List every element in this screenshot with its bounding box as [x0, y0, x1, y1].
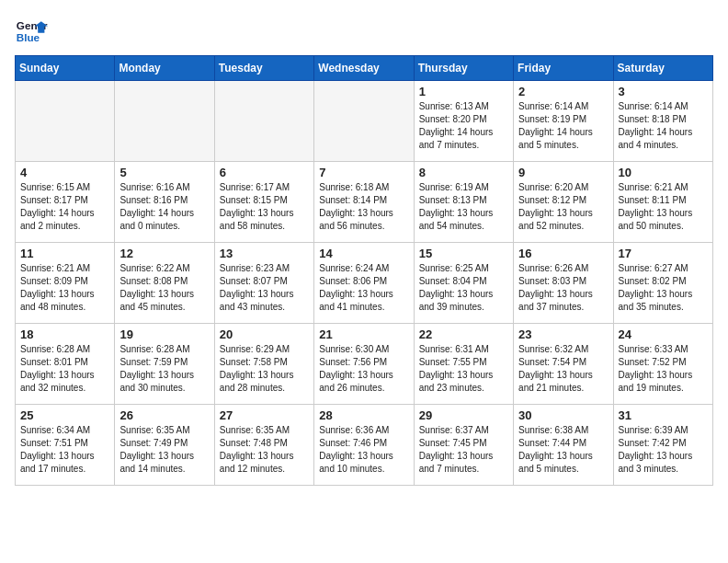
cell-info: Sunrise: 6:38 AM: [518, 424, 608, 437]
calendar-cell: 23Sunrise: 6:32 AMSunset: 7:54 PMDayligh…: [514, 324, 613, 405]
day-header-tuesday: Tuesday: [214, 56, 313, 81]
cell-info: and 37 minutes.: [518, 301, 608, 314]
cell-info: Sunrise: 6:23 AM: [220, 262, 309, 275]
calendar-cell: 9Sunrise: 6:20 AMSunset: 8:12 PMDaylight…: [514, 162, 613, 243]
calendar-week-row: 11Sunrise: 6:21 AMSunset: 8:09 PMDayligh…: [16, 243, 713, 324]
cell-info: Sunset: 8:20 PM: [419, 113, 508, 126]
cell-info: and 58 minutes.: [220, 220, 309, 233]
cell-info: Sunset: 7:58 PM: [220, 356, 309, 369]
cell-info: Sunset: 7:48 PM: [220, 437, 309, 450]
cell-info: Daylight: 13 hours: [220, 207, 309, 220]
cell-info: Daylight: 13 hours: [619, 288, 708, 301]
day-number: 16: [518, 247, 608, 260]
calendar-cell: 24Sunrise: 6:33 AMSunset: 7:52 PMDayligh…: [613, 324, 712, 405]
day-number: 30: [518, 408, 608, 422]
cell-info: and 28 minutes.: [220, 382, 309, 395]
cell-info: and 50 minutes.: [619, 220, 708, 233]
cell-info: Sunset: 7:42 PM: [619, 437, 708, 450]
cell-info: and 5 minutes.: [518, 139, 608, 152]
calendar-cell: 19Sunrise: 6:28 AMSunset: 7:59 PMDayligh…: [115, 324, 214, 405]
cell-info: and 35 minutes.: [619, 301, 708, 314]
calendar-cell: 12Sunrise: 6:22 AMSunset: 8:08 PMDayligh…: [115, 243, 214, 324]
cell-info: Sunrise: 6:20 AM: [518, 181, 608, 194]
cell-info: and 23 minutes.: [419, 382, 508, 395]
calendar-cell: 1Sunrise: 6:13 AMSunset: 8:20 PMDaylight…: [414, 81, 513, 162]
cell-info: Sunset: 8:11 PM: [619, 194, 708, 207]
cell-info: Sunrise: 6:17 AM: [220, 181, 309, 194]
cell-info: Daylight: 13 hours: [518, 207, 608, 220]
cell-info: Daylight: 14 hours: [419, 126, 508, 139]
cell-info: Sunrise: 6:15 AM: [20, 181, 109, 194]
logo: General Blue: [15, 15, 48, 48]
cell-info: Sunset: 7:49 PM: [119, 437, 209, 450]
day-header-sunday: Sunday: [16, 56, 115, 81]
calendar-cell: 26Sunrise: 6:35 AMSunset: 7:49 PMDayligh…: [115, 405, 214, 486]
cell-info: Sunset: 8:14 PM: [319, 194, 408, 207]
cell-info: Sunrise: 6:30 AM: [319, 343, 408, 356]
day-number: 10: [619, 166, 708, 179]
cell-info: Daylight: 13 hours: [619, 207, 708, 220]
day-number: 8: [419, 166, 508, 179]
cell-info: Daylight: 13 hours: [419, 288, 508, 301]
cell-info: Sunrise: 6:14 AM: [619, 100, 708, 113]
cell-info: Sunset: 8:07 PM: [220, 275, 309, 288]
calendar-cell: 5Sunrise: 6:16 AMSunset: 8:16 PMDaylight…: [115, 162, 214, 243]
cell-info: Daylight: 13 hours: [319, 207, 408, 220]
cell-info: and 17 minutes.: [20, 463, 109, 476]
cell-info: Sunset: 8:03 PM: [518, 275, 608, 288]
calendar-week-row: 1Sunrise: 6:13 AMSunset: 8:20 PMDaylight…: [16, 81, 713, 162]
day-number: 1: [419, 85, 508, 98]
calendar-cell: 2Sunrise: 6:14 AMSunset: 8:19 PMDaylight…: [514, 81, 613, 162]
cell-info: Daylight: 13 hours: [619, 450, 708, 463]
cell-info: and 19 minutes.: [619, 382, 708, 395]
cell-info: Sunset: 8:16 PM: [119, 194, 209, 207]
cell-info: and 45 minutes.: [119, 301, 209, 314]
cell-info: Sunset: 8:09 PM: [20, 275, 109, 288]
cell-info: and 30 minutes.: [119, 382, 209, 395]
day-number: 18: [20, 327, 109, 341]
cell-info: and 4 minutes.: [619, 139, 708, 152]
cell-info: and 12 minutes.: [220, 463, 309, 476]
cell-info: Sunset: 7:59 PM: [119, 356, 209, 369]
cell-info: and 26 minutes.: [319, 382, 408, 395]
calendar-cell: 17Sunrise: 6:27 AMSunset: 8:02 PMDayligh…: [613, 243, 712, 324]
cell-info: Sunset: 8:15 PM: [220, 194, 309, 207]
header: General Blue: [15, 15, 713, 48]
cell-info: Sunrise: 6:39 AM: [619, 424, 708, 437]
cell-info: Daylight: 13 hours: [619, 369, 708, 382]
cell-info: Daylight: 14 hours: [119, 207, 209, 220]
day-number: 13: [220, 247, 309, 260]
svg-text:Blue: Blue: [17, 31, 40, 43]
calendar-cell: 16Sunrise: 6:26 AMSunset: 8:03 PMDayligh…: [514, 243, 613, 324]
calendar-cell: 7Sunrise: 6:18 AMSunset: 8:14 PMDaylight…: [314, 162, 414, 243]
calendar-header-row: SundayMondayTuesdayWednesdayThursdayFrid…: [16, 56, 713, 81]
cell-info: and 7 minutes.: [419, 463, 508, 476]
day-number: 12: [119, 247, 209, 260]
day-number: 24: [619, 327, 708, 341]
calendar-cell: 22Sunrise: 6:31 AMSunset: 7:55 PMDayligh…: [414, 324, 513, 405]
cell-info: Daylight: 13 hours: [20, 288, 109, 301]
cell-info: Daylight: 13 hours: [220, 369, 309, 382]
cell-info: Sunset: 7:55 PM: [419, 356, 508, 369]
cell-info: and 2 minutes.: [20, 220, 109, 233]
cell-info: Sunset: 8:01 PM: [20, 356, 109, 369]
cell-info: Sunrise: 6:35 AM: [119, 424, 209, 437]
day-header-saturday: Saturday: [613, 56, 712, 81]
cell-info: Sunrise: 6:19 AM: [419, 181, 508, 194]
calendar-week-row: 18Sunrise: 6:28 AMSunset: 8:01 PMDayligh…: [16, 324, 713, 405]
calendar-cell: 18Sunrise: 6:28 AMSunset: 8:01 PMDayligh…: [16, 324, 115, 405]
cell-info: Sunrise: 6:14 AM: [518, 100, 608, 113]
calendar-cell: [16, 81, 115, 162]
cell-info: and 7 minutes.: [419, 139, 508, 152]
day-number: 23: [518, 327, 608, 341]
cell-info: Sunset: 7:45 PM: [419, 437, 508, 450]
day-header-thursday: Thursday: [414, 56, 513, 81]
cell-info: Daylight: 13 hours: [319, 288, 408, 301]
cell-info: Sunrise: 6:21 AM: [619, 181, 708, 194]
cell-info: and 10 minutes.: [319, 463, 408, 476]
cell-info: Daylight: 13 hours: [20, 369, 109, 382]
day-number: 28: [319, 408, 408, 422]
cell-info: Sunrise: 6:37 AM: [419, 424, 508, 437]
day-number: 15: [419, 247, 508, 260]
day-number: 26: [119, 408, 209, 422]
